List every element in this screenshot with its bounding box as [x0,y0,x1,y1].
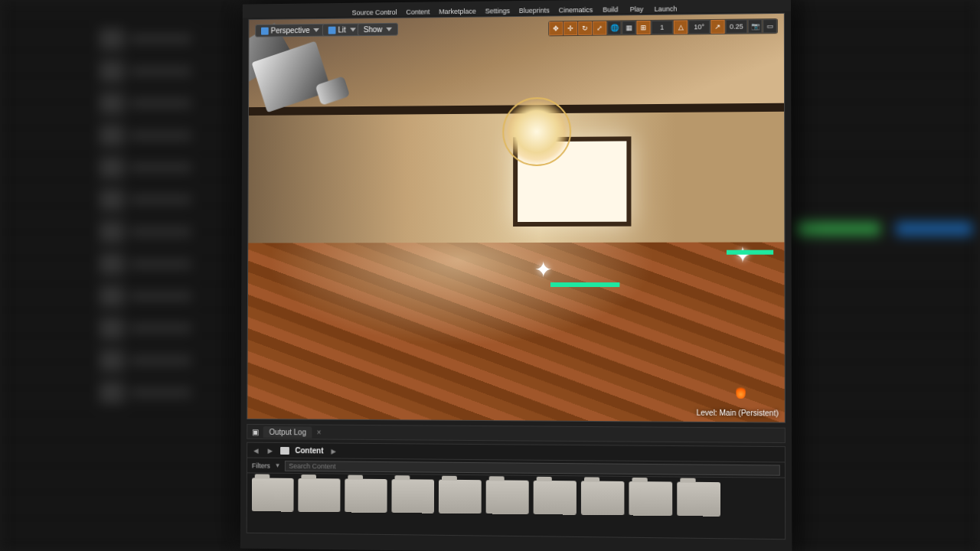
scale-snap-value[interactable]: 0.25 [726,19,747,33]
level-name-label: Level: Main (Persistent) [697,409,779,418]
toolbar-label: Cinematics [559,6,593,15]
perspective-label: Perspective [271,26,310,34]
chevron-down-icon [313,28,319,32]
folder-item[interactable] [629,481,672,516]
point-light-gizmo-icon[interactable] [502,96,571,165]
viewport-transform-tools: ✥ ✢ ↻ ⤢ 🌐 ▦ ⊞ 1 △ 10° ↗ 0.25 📷 ▭ [548,18,778,36]
scale-snap-toggle[interactable]: ↗ [710,20,724,34]
folder-item[interactable] [677,482,720,517]
grid-snap-toggle[interactable]: ⊞ [636,21,650,34]
launch-button[interactable]: Launch [652,2,681,12]
output-log-icon: ▣ [252,427,259,435]
content-browser: ◄ ► Content ► Filters ▼ [247,442,786,540]
output-log-tab[interactable]: Output Log [263,426,312,438]
add-component-button-blurred[interactable] [796,222,880,236]
viewport-show-dropdown[interactable]: Show [358,23,398,36]
settings-button[interactable]: Settings [482,5,513,15]
close-tab-icon[interactable]: × [317,428,322,436]
lit-label: Lit [338,26,345,34]
particle-flame-icon[interactable] [736,385,745,399]
level-editor: Source Control Content Marketplace Setti… [240,0,792,551]
grid-snap-value[interactable]: 1 [652,21,673,34]
cinematics-button[interactable]: Cinematics [556,4,596,15]
rotate-tool-button[interactable]: ↻ [578,21,592,35]
camera-speed-button[interactable]: 📷 [748,19,762,33]
toolbar-label: Content [406,8,430,15]
select-tool-button[interactable]: ✥ [549,21,563,35]
breadcrumb-chevron-icon[interactable]: ► [329,446,338,455]
folder-item[interactable] [534,481,577,515]
translate-tool-button[interactable]: ✢ [564,21,577,35]
source-control-button[interactable]: Source Control [349,6,400,17]
search-content-input[interactable] [285,460,780,475]
nav-back-icon[interactable]: ◄ [252,445,260,455]
scale-tool-button[interactable]: ⤢ [593,21,606,35]
toolbar-label: Marketplace [439,8,476,15]
player-start-icon[interactable]: ✦ [534,257,552,282]
perspective-cube-icon [261,27,269,34]
toolbar-label: Blueprints [519,7,550,15]
folder-item[interactable] [391,479,434,514]
chevron-down-icon [350,28,356,31]
surface-snap-button[interactable]: ▦ [622,21,635,34]
folder-icon [280,447,289,455]
toolbar-label: Play [630,5,644,13]
chevron-down-icon [386,28,392,31]
angle-snap-toggle[interactable]: △ [674,20,688,34]
content-button[interactable]: Content [403,5,433,15]
output-log-panel: ▣ Output Log × [247,424,786,443]
level-viewport[interactable]: ✦ ✦ Level: Main (Persistent) Perspective… [247,13,786,423]
coord-space-button[interactable]: 🌐 [607,21,621,34]
filters-dropdown[interactable]: Filters [252,461,270,469]
build-button[interactable]: Build [599,3,622,13]
folder-item[interactable] [439,480,482,514]
angle-snap-value[interactable]: 10° [688,20,710,34]
player-start-forward-arrow-icon [550,282,619,287]
viewport-maximize-button[interactable]: ▭ [763,19,776,33]
viewport-lit-dropdown[interactable]: Lit [322,23,362,36]
folder-item[interactable] [298,478,340,512]
folder-item[interactable] [345,479,387,513]
play-button[interactable]: Play [625,3,648,13]
show-label: Show [364,25,383,34]
blueprints-button[interactable]: Blueprints [516,5,553,15]
content-browser-grid [247,473,785,521]
toolbar-label: Build [603,5,618,13]
marketplace-button[interactable]: Marketplace [436,5,479,16]
scene-floor [247,242,785,422]
folder-item[interactable] [581,481,624,515]
chevron-down-icon: ▼ [275,462,281,469]
cine-camera-actor[interactable] [247,34,377,142]
folder-item[interactable] [486,480,529,514]
breadcrumb-content[interactable]: Content [295,446,323,455]
nav-forward-icon[interactable]: ► [266,445,274,455]
viewport-perspective-dropdown[interactable]: Perspective [255,24,325,37]
place-actors-panel-blurred [0,0,237,551]
toolbar-label: Source Control [352,8,397,17]
player-start-forward-arrow-icon [727,250,773,255]
lit-cube-icon [328,26,336,34]
toolbar-label: Launch [655,5,678,13]
folder-item[interactable] [252,478,294,511]
blueprint-button-blurred[interactable] [896,222,972,236]
details-panel-blurred [789,0,980,551]
toolbar-label: Settings [485,7,510,15]
